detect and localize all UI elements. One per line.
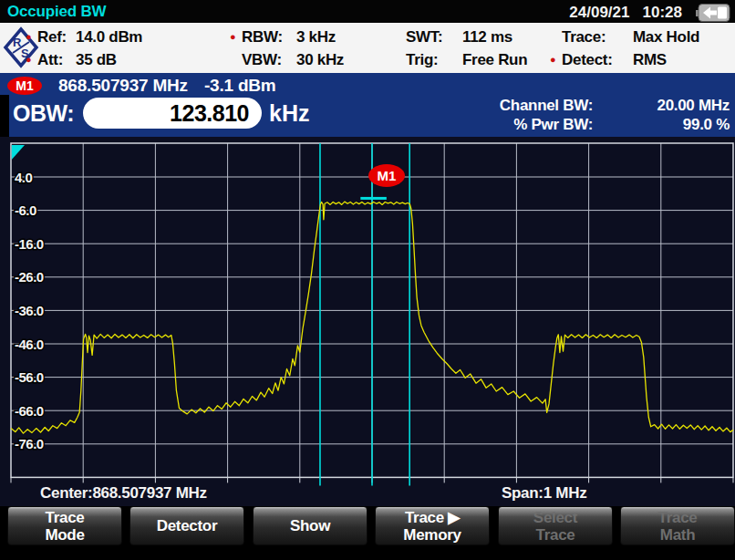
setting-label: SWT: [406,28,462,47]
softkey-label: Show [290,517,330,534]
frequency-axis-row: Center:868.507937 MHz Span:1 MHz [0,484,735,503]
settings-col-trace: Trace: Max Hold ● Detect: RMS [550,26,699,70]
setting-value: 3 kHz [296,28,336,47]
setting-rbw[interactable]: ● RBW: 3 kHz [230,26,344,47]
setting-ref[interactable]: ● Ref: 14.0 dBm [26,26,142,47]
titlebar-right: 24/09/21 10:28 [569,3,731,23]
setting-vbw[interactable]: VBW: 30 kHz [230,49,344,70]
softkey-trace-mode[interactable]: Trace Mode [7,506,122,545]
battery-icon [695,3,731,23]
softkey-label: Mode [45,526,84,544]
y-axis-tick-label: -36.0 [15,303,44,318]
modified-dot-icon: ● [230,26,242,47]
spectrum-analyzer-screen: Occupied BW 24/09/21 10:28 R S ● Ref: 14… [0,0,735,560]
setting-label: Trig: [406,51,462,69]
y-axis-tick-label: -16.0 [15,236,44,252]
setting-value: RMS [633,51,667,69]
spectrum-chart: M14.0-6.0-16.0-26.0-36.0-46.0-56.0-66.0-… [0,137,735,509]
settings-col-bandwidth: ● RBW: 3 kHz VBW: 30 kHz [230,26,344,70]
softkey-show[interactable]: Show [253,506,368,545]
softkey-label: Detector [157,517,218,534]
span-label[interactable]: Span:1 MHz [502,484,586,503]
obw-value-field[interactable]: 123.810 [83,98,262,129]
setting-value: 30 kHz [296,51,344,69]
modified-dot-icon: ● [26,26,37,47]
y-axis-tick-label: -66.0 [15,403,44,419]
channel-bw-row: Channel BW: 20.00 MHz [451,97,730,115]
obw-result-row: OBW: 123.810 kHz [13,98,309,129]
pwr-bw-label: % Pwr BW: [451,116,593,134]
modified-dot-icon: ● [550,49,562,70]
setting-value: Free Run [462,51,527,69]
modified-dot-icon: ● [26,49,37,70]
title-bar: Occupied BW 24/09/21 10:28 [0,0,735,23]
setting-label: Detect: [562,51,633,69]
marker-level: -3.1 dBm [204,76,276,96]
settings-panel: R S ● Ref: 14.0 dBm ● Att: 35 dB ● RBW: … [0,23,735,73]
setting-value: Max Hold [633,28,699,47]
pwr-bw-value[interactable]: 99.0 % [593,116,730,134]
settings-col-sweep: SWT: 112 ms Trig: Free Run [394,26,527,70]
softkey-label: Math [660,526,695,544]
center-frequency-label[interactable]: Center:868.507937 MHz [40,484,207,503]
y-axis-tick-label: -26.0 [15,269,44,285]
y-axis-tick-label: -6.0 [15,202,36,218]
softkey-trace-memory[interactable]: Trace ▶ Memory [375,506,490,545]
y-axis-tick-label: -76.0 [15,436,44,451]
setting-label: VBW: [242,51,296,69]
spectrum-chart-area: M14.0-6.0-16.0-26.0-36.0-46.0-56.0-66.0-… [0,137,735,509]
marker-readout-row: M1 868.507937 MHz -3.1 dBm [7,76,276,96]
softkey-label: Trace ▶ [405,509,460,526]
setting-att[interactable]: ● Att: 35 dB [26,49,142,70]
y-axis-tick-label: -46.0 [15,337,44,352]
y-axis-tick-label: 4.0 [15,170,33,185]
left-edge-mask [0,95,9,137]
y-axis-tick-label: -56.0 [15,369,44,385]
channel-bw-value[interactable]: 20.00 MHz [593,97,730,115]
softkey-label: Trace [46,509,85,526]
setting-label: Trace: [562,28,633,47]
softkey-label: Trace [658,509,698,526]
marker-m1-chart-label: M1 [378,168,397,183]
marker-m1-badge: M1 [7,77,42,95]
setting-trace[interactable]: Trace: Max Hold [550,26,699,47]
setting-value: 112 ms [462,28,512,47]
softkey-detector[interactable]: Detector [129,506,244,545]
setting-label: RBW: [242,28,296,47]
time-text: 10:28 [643,4,682,22]
softkey-label: Select [533,509,577,526]
marker-frequency: 868.507937 MHz [58,76,188,96]
page-title: Occupied BW [7,3,106,21]
setting-value: 14.0 dBm [76,28,142,47]
softkey-trace-math: Trace Math [620,506,735,545]
softkey-label: Memory [403,526,461,544]
setting-detect[interactable]: ● Detect: RMS [550,49,699,70]
setting-swt[interactable]: SWT: 112 ms [394,26,527,47]
marker-result-bar: M1 868.507937 MHz -3.1 dBm OBW: 123.810 … [0,73,735,137]
softkey-bar: Trace Mode Detector Show Trace ▶ Memory … [0,506,735,560]
setting-trig[interactable]: Trig: Free Run [394,49,527,70]
setting-label: Att: [37,51,76,69]
date-text: 24/09/21 [569,4,629,22]
setting-value: 35 dB [76,51,117,69]
softkey-select-trace: Select Trace [498,506,613,545]
setting-label: Ref: [37,28,76,47]
obw-unit: kHz [269,100,309,127]
channel-bw-label: Channel BW: [451,97,593,115]
softkey-label: Trace [536,526,575,544]
obw-label: OBW: [13,100,74,127]
settings-col-amplitude: ● Ref: 14.0 dBm ● Att: 35 dB [26,26,142,70]
pwr-bw-row: % Pwr BW: 99.0 % [451,116,730,134]
